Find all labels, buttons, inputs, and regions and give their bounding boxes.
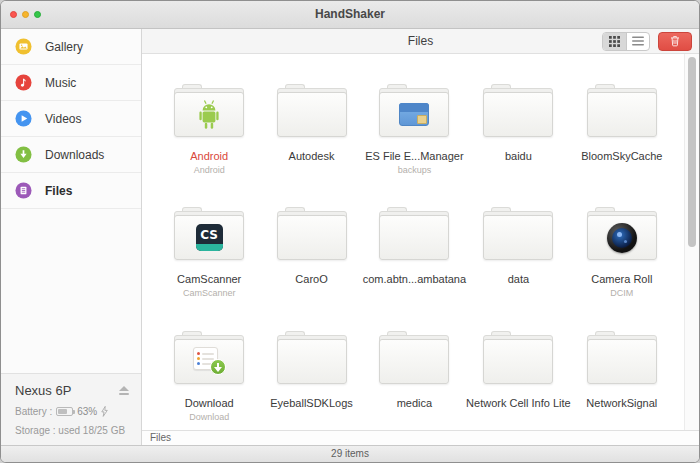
- sidebar-item-label: Music: [45, 76, 76, 90]
- folder-name: Network Cell Info Lite: [466, 397, 571, 409]
- downloads-icon: [15, 146, 32, 163]
- eject-icon[interactable]: [118, 386, 130, 396]
- folder-subtitle: Download: [189, 412, 229, 423]
- zoom-button[interactable]: [34, 11, 41, 18]
- close-button[interactable]: [10, 11, 17, 18]
- folder-item[interactable]: Android Android: [158, 84, 260, 183]
- storage-text: Storage : used 18/25 GB: [15, 425, 125, 436]
- folder-badge-slot: [587, 92, 657, 137]
- music-icon: [15, 74, 32, 91]
- folder-subtitle: CamScanner: [183, 288, 236, 299]
- folder-name: CamScanner: [177, 273, 241, 285]
- folder-name: baidu: [505, 150, 532, 162]
- battery-icon: [56, 407, 73, 416]
- folder-item[interactable]: baidu: [466, 84, 571, 183]
- sidebar-item-files[interactable]: Files: [1, 173, 141, 209]
- folder-icon: [379, 331, 449, 384]
- folder-item[interactable]: Network Cell Info Lite: [466, 331, 571, 430]
- grid-view-button[interactable]: [603, 33, 626, 50]
- folder-icon: [277, 207, 347, 260]
- delete-button[interactable]: [658, 32, 692, 51]
- folder-item[interactable]: NetworkSignal: [571, 331, 673, 430]
- sidebar-item-downloads[interactable]: Downloads: [1, 137, 141, 173]
- folder-item[interactable]: CaroO: [260, 207, 362, 306]
- sidebar-item-music[interactable]: Music: [1, 65, 141, 101]
- battery-row: Battery : 63%: [15, 406, 130, 417]
- grid-icon: [609, 36, 620, 47]
- folder-badge-slot: [277, 339, 347, 384]
- folder-badge-slot: [379, 339, 449, 384]
- device-name: Nexus 6P: [15, 383, 71, 398]
- folder-subtitle: Android: [194, 165, 225, 176]
- folder-name: com.abtn...ambatana: [363, 273, 466, 285]
- folder-badge-slot: [587, 215, 657, 260]
- files-icon: [15, 182, 32, 199]
- folder-badge-slot: [483, 339, 553, 384]
- sidebar-item-gallery[interactable]: Gallery: [1, 29, 141, 65]
- folder-item[interactable]: data: [466, 207, 571, 306]
- folder-badge-slot: [174, 339, 244, 384]
- folder-item[interactable]: Download Download: [158, 331, 260, 430]
- app-window: HandShaker Gallery Music Videos Download…: [0, 0, 700, 463]
- folder-icon: [277, 84, 347, 137]
- folder-icon: [174, 331, 244, 384]
- folder-icon: [483, 207, 553, 260]
- folder-grid: Android Android Autodesk ES File E...Man…: [142, 54, 699, 430]
- minimize-button[interactable]: [22, 11, 29, 18]
- status-bar: 29 items: [1, 445, 699, 462]
- folder-item[interactable]: com.abtn...ambatana: [363, 207, 466, 306]
- folder-item[interactable]: CS CamScanner CamScanner: [158, 207, 260, 306]
- battery-percent: 63%: [77, 406, 97, 417]
- folder-name: data: [508, 273, 529, 285]
- view-toggle: [602, 32, 650, 51]
- folder-icon: CS: [174, 207, 244, 260]
- download-badge-icon: [193, 347, 226, 375]
- folder-item[interactable]: Camera Roll DCIM: [571, 207, 673, 306]
- folder-badge-slot: [483, 215, 553, 260]
- folder-icon: [483, 84, 553, 137]
- folder-item[interactable]: ES File E...Manager backups: [363, 84, 466, 183]
- folder-name: medica: [397, 397, 432, 409]
- folder-item[interactable]: Autodesk: [260, 84, 362, 183]
- folder-name: Camera Roll: [591, 273, 652, 285]
- folder-subtitle: backups: [398, 165, 432, 176]
- folder-name: NetworkSignal: [586, 397, 657, 409]
- sidebar-item-label: Downloads: [45, 148, 104, 162]
- folder-badge-slot: [379, 92, 449, 137]
- folder-subtitle: DCIM: [610, 288, 633, 299]
- list-icon: [632, 36, 644, 46]
- folder-name: Autodesk: [289, 150, 335, 162]
- folder-item[interactable]: BloomSkyCache: [571, 84, 673, 183]
- folder-icon: [587, 84, 657, 137]
- sidebar-list: Gallery Music Videos Downloads Files: [1, 29, 141, 209]
- list-view-button[interactable]: [626, 33, 649, 50]
- es-file-manager-badge-icon: [399, 103, 429, 126]
- camscanner-badge-text: CS: [200, 228, 218, 242]
- content-header: Files: [142, 29, 699, 54]
- scrollbar-thumb[interactable]: [688, 57, 696, 247]
- folder-badge-slot: [587, 339, 657, 384]
- battery-label: Battery :: [15, 406, 52, 417]
- folder-icon: [587, 331, 657, 384]
- sidebar-item-label: Files: [45, 184, 72, 198]
- folder-icon: [379, 84, 449, 137]
- camera-lens-badge-icon: [607, 223, 637, 253]
- videos-icon: [15, 110, 32, 127]
- breadcrumb: Files: [142, 430, 699, 445]
- folder-name: CaroO: [295, 273, 327, 285]
- folder-icon: [483, 331, 553, 384]
- folder-icon: [277, 331, 347, 384]
- folder-badge-slot: CS: [174, 215, 244, 260]
- folder-badge-slot: [379, 215, 449, 260]
- scrollbar-track[interactable]: [684, 54, 699, 430]
- folder-name: ES File E...Manager: [365, 150, 463, 162]
- folder-name: BloomSkyCache: [581, 150, 662, 162]
- folder-item[interactable]: EyeballSDKLogs: [260, 331, 362, 430]
- folder-item[interactable]: medica: [363, 331, 466, 430]
- storage-row: Storage : used 18/25 GB: [15, 425, 130, 436]
- camscanner-badge-icon: CS: [196, 224, 223, 251]
- sidebar-item-videos[interactable]: Videos: [1, 101, 141, 137]
- trash-icon: [670, 35, 680, 47]
- folder-name: Android: [190, 150, 228, 162]
- folder-icon: [174, 84, 244, 137]
